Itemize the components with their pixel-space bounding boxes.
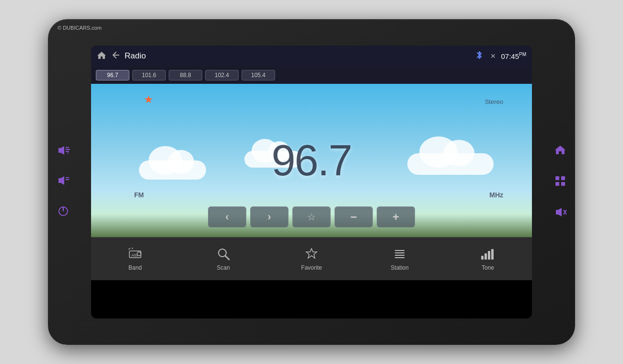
preset-4[interactable]: 102.4 xyxy=(205,70,239,80)
favorite-icon xyxy=(305,247,318,262)
favorite-star-icon: ★ xyxy=(144,93,153,106)
svg-rect-28 xyxy=(555,176,559,180)
presets-bar: 96.7 101.6 88.8 102.4 105.4 xyxy=(91,67,532,84)
volume-down-button[interactable] xyxy=(57,175,70,187)
svg-marker-18 xyxy=(306,249,317,258)
screen: Radio ✕ 07:45PM 96.7 101.6 88.8 102.4 10… xyxy=(91,46,532,318)
svg-line-15 xyxy=(132,248,133,249)
preset-3[interactable]: 88.8 xyxy=(169,70,202,80)
nav-item-favorite[interactable]: Favorite xyxy=(267,247,356,271)
top-bar: Radio ✕ 07:45PM xyxy=(91,46,532,67)
preset-1[interactable]: 96.7 xyxy=(96,70,129,80)
svg-marker-10 xyxy=(97,52,106,59)
playback-controls: ‹ › ☆ − + xyxy=(208,206,415,228)
decrease-button[interactable]: − xyxy=(335,206,373,228)
increase-button[interactable]: + xyxy=(377,206,415,228)
svg-marker-5 xyxy=(58,176,64,185)
mhz-label: MHz xyxy=(489,191,503,199)
left-side-buttons: + xyxy=(57,145,70,219)
svg-rect-29 xyxy=(561,176,565,180)
bottom-navigation: AM Band Scan xyxy=(91,237,532,280)
bluetooth-icon xyxy=(476,50,483,62)
svg-rect-25 xyxy=(488,251,490,260)
svg-text:+: + xyxy=(67,151,69,156)
svg-line-14 xyxy=(128,248,130,250)
grid-button[interactable] xyxy=(554,175,566,189)
preset-2[interactable]: 101.6 xyxy=(132,70,166,80)
power-button[interactable] xyxy=(58,205,69,219)
home-icon[interactable] xyxy=(97,51,106,62)
mute-button[interactable] xyxy=(554,207,566,219)
band-label: Band xyxy=(128,264,142,271)
volume-up-button[interactable]: + xyxy=(57,145,70,157)
band-icon: AM xyxy=(127,247,143,262)
right-home-button[interactable] xyxy=(554,145,566,157)
close-button[interactable]: ✕ xyxy=(490,52,496,60)
nav-item-band[interactable]: AM Band xyxy=(91,247,179,271)
svg-rect-23 xyxy=(481,256,484,260)
station-icon xyxy=(393,247,406,262)
svg-line-17 xyxy=(225,256,229,260)
svg-rect-26 xyxy=(491,249,494,260)
nav-item-tone[interactable]: Tone xyxy=(444,247,532,271)
main-display: ★ FM Stereo MHz 96.7 ‹ › ☆ − + xyxy=(91,84,532,237)
tone-icon xyxy=(480,247,496,262)
nav-item-station[interactable]: Station xyxy=(356,247,444,271)
nav-item-scan[interactable]: Scan xyxy=(179,247,267,271)
back-icon[interactable] xyxy=(111,51,120,61)
svg-rect-24 xyxy=(485,253,487,260)
frequency-display: 96.7 xyxy=(271,139,351,182)
station-label: Station xyxy=(391,264,408,271)
band-label: FM xyxy=(134,191,144,199)
favorite-button[interactable]: ☆ xyxy=(292,206,331,228)
car-head-unit: © DUBICARS.com + xyxy=(48,19,575,345)
favorite-label: Favorite xyxy=(301,264,322,271)
page-title: Radio xyxy=(125,51,471,61)
scan-label: Scan xyxy=(217,264,230,271)
svg-marker-0 xyxy=(58,146,64,155)
prev-button[interactable]: ‹ xyxy=(208,206,246,228)
tone-label: Tone xyxy=(482,264,494,271)
svg-marker-27 xyxy=(555,146,565,154)
watermark: © DUBICARS.com xyxy=(58,25,102,31)
svg-rect-31 xyxy=(561,182,565,186)
time-display: 07:45PM xyxy=(501,52,526,60)
stereo-label: Stereo xyxy=(485,98,503,105)
preset-5[interactable]: 105.4 xyxy=(242,70,275,80)
scan-icon xyxy=(217,247,230,262)
svg-marker-32 xyxy=(556,208,562,216)
right-side-buttons xyxy=(554,145,566,219)
next-button[interactable]: › xyxy=(250,206,288,228)
svg-rect-30 xyxy=(555,182,559,186)
